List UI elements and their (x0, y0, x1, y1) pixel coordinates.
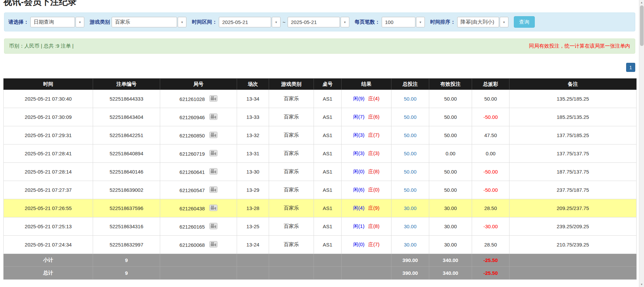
total-bet-link[interactable]: 30.00 (404, 224, 417, 229)
payout-cell: 50.00 (472, 90, 509, 108)
round-number: 621260641 (179, 169, 205, 175)
query-type-dropdown[interactable]: 日期查询 ▾ (30, 17, 84, 27)
chevron-down-icon[interactable]: ▾ (272, 17, 281, 27)
chevron-down-icon[interactable]: ▾ (500, 17, 508, 27)
table-row[interactable]: 2025-05-21 07:30:40 522518644333 6212610… (4, 90, 637, 108)
bet-id-cell: 522518640146 (93, 163, 160, 181)
table-row[interactable]: 2025-05-21 07:29:31 522518642251 6212608… (4, 126, 637, 145)
game-type-cell: 百家乐 (269, 108, 314, 126)
valid-bet-cell: 30.00 (429, 236, 472, 254)
table-row[interactable]: 2025-05-21 07:26:55 522518637596 6212604… (4, 199, 637, 217)
round-cell: 621260946 (160, 108, 237, 126)
result-banker: 庄(3) (368, 150, 379, 156)
total-bet-link[interactable]: 30.00 (404, 205, 417, 211)
vertical-scrollbar[interactable]: ▲ ▼ (639, 0, 644, 287)
bet-id-cell: 522518640894 (93, 145, 160, 163)
date-to-dropdown[interactable]: 2025-05-21 ▾ (288, 17, 349, 27)
result-player: 闲(7) (353, 114, 364, 120)
total-bet-link[interactable]: 30.00 (404, 242, 417, 247)
query-type-value: 日期查询 (30, 17, 75, 27)
page-1-button[interactable]: 1 (626, 63, 635, 72)
total-bet-link[interactable]: 50.00 (404, 96, 417, 102)
search-button[interactable]: 查询 (514, 16, 535, 28)
session-cell: 13-24 (237, 236, 269, 254)
video-replay-icon[interactable] (209, 205, 217, 212)
bet-id-cell: 522518643404 (93, 108, 160, 126)
bet-id-cell: 522518632997 (93, 236, 160, 254)
pagination: 1 (626, 63, 635, 72)
valid-bet-cell: 30.00 (429, 217, 472, 236)
video-replay-icon[interactable] (209, 168, 217, 176)
video-replay-icon[interactable] (209, 186, 217, 194)
table-row[interactable]: 2025-05-21 07:28:14 522518640146 6212606… (4, 163, 637, 181)
chevron-down-icon[interactable]: ▾ (178, 17, 186, 27)
table-row[interactable]: 2025-05-21 07:28:41 522518640894 6212607… (4, 145, 637, 163)
page-size-label: 每页笔数： (355, 19, 380, 25)
total-bet-link[interactable]: 50.00 (404, 187, 417, 193)
empty-cell (237, 267, 269, 280)
session-cell: 13-33 (237, 108, 269, 126)
remark-cell: 137.75/185.25 (509, 126, 637, 145)
table-row[interactable]: 2025-05-21 07:25:13 522518634316 6212601… (4, 217, 637, 236)
column-header: 结果 (342, 79, 391, 90)
game-type-label: 游戏类别 (90, 19, 110, 25)
subtotal-count: 9 (93, 254, 160, 267)
date-from-dropdown[interactable]: 2025-05-21 ▾ (219, 17, 281, 27)
bet-id-cell: 522518637596 (93, 199, 160, 217)
result-player: 闲(4) (353, 205, 364, 211)
valid-bet-cell: 30.00 (429, 199, 472, 217)
table-row[interactable]: 2025-05-21 07:24:34 522518632997 6212600… (4, 236, 637, 254)
empty-cell (269, 267, 314, 280)
game-type-dropdown[interactable]: 百家乐 ▾ (112, 17, 186, 27)
sort-order-dropdown[interactable]: 降幂(由大到小) ▾ (457, 17, 508, 27)
column-header: 备注 (509, 79, 637, 90)
chevron-down-icon[interactable]: ▾ (416, 17, 425, 27)
result-banker: 庄(7) (368, 132, 379, 138)
total-bet-link[interactable]: 50.00 (404, 114, 417, 120)
game-type-value: 百家乐 (112, 17, 177, 27)
total-bet-link[interactable]: 50.00 (404, 132, 417, 138)
date-from-value: 2025-05-21 (219, 17, 271, 27)
video-replay-icon[interactable] (209, 113, 217, 121)
session-cell: 13-31 (237, 145, 269, 163)
video-replay-icon[interactable] (209, 150, 217, 157)
empty-cell (269, 254, 314, 267)
chevron-down-icon[interactable]: ▾ (341, 17, 349, 27)
game-type-cell: 百家乐 (269, 181, 314, 199)
scrollbar-thumb[interactable] (640, 5, 644, 46)
session-cell: 13-32 (237, 126, 269, 145)
page-size-value: 100 (382, 17, 415, 27)
empty-cell (160, 254, 237, 267)
valid-bet-cell: 50.00 (429, 181, 472, 199)
video-replay-icon[interactable] (209, 241, 217, 249)
result-banker: 庄(0) (368, 187, 379, 192)
bet-records-table: 时间注单编号局号场次游戏类别桌号结果总投注有效投注总派彩备注 2025-05-2… (3, 78, 637, 280)
chevron-down-icon[interactable]: ▾ (76, 17, 84, 27)
video-replay-icon[interactable] (209, 95, 217, 103)
scroll-up-arrow-icon[interactable]: ▲ (639, 0, 644, 5)
round-cell: 621260641 (160, 163, 237, 181)
total-count: 9 (93, 267, 160, 280)
valid-bet-cell: 50.00 (429, 90, 472, 108)
result-cell: 闲(9) 庄(4) (342, 90, 391, 108)
total-label: 总计 (4, 267, 93, 280)
table-row[interactable]: 2025-05-21 07:27:37 522518639002 6212605… (4, 181, 637, 199)
page-size-dropdown[interactable]: 100 ▾ (382, 17, 425, 27)
game-type-cell: 百家乐 (269, 163, 314, 181)
total-bet-cell: 50.00 (391, 181, 429, 199)
bet-id-cell: 522518644333 (93, 90, 160, 108)
subtotal-valid-bet: 340.00 (429, 254, 472, 267)
video-replay-icon[interactable] (209, 132, 217, 139)
table-row[interactable]: 2025-05-21 07:30:09 522518643404 6212609… (4, 108, 637, 126)
video-replay-icon[interactable] (209, 223, 217, 230)
total-bet-link[interactable]: 50.00 (404, 169, 417, 175)
result-banker: 庄(6) (368, 114, 379, 120)
time-cell: 2025-05-21 07:28:14 (4, 163, 93, 181)
result-player: 闲(0) (353, 241, 364, 247)
total-bet-link[interactable]: 50.00 (404, 151, 417, 156)
time-cell: 2025-05-21 07:26:55 (4, 199, 93, 217)
total-total-bet: 390.00 (391, 267, 429, 280)
scroll-down-arrow-icon[interactable]: ▼ (639, 282, 644, 287)
select-label: 请选择： (8, 19, 29, 25)
date-separator: ~ (283, 19, 286, 25)
